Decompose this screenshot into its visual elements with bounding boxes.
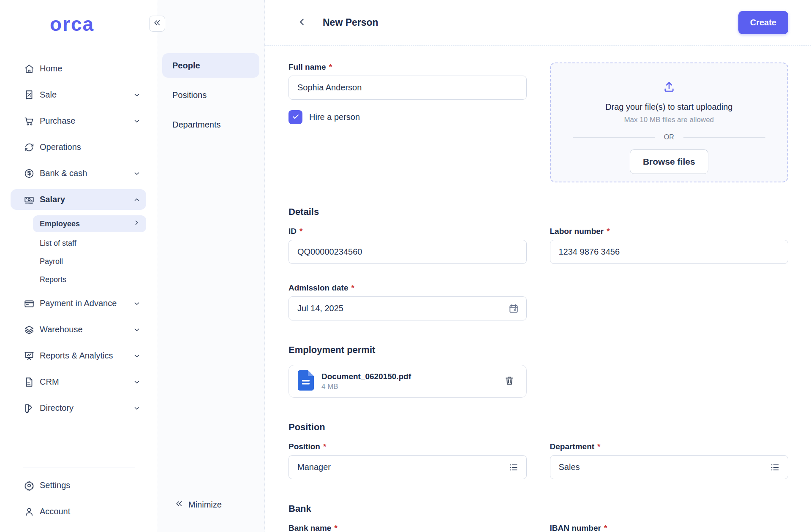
dollar-circle-icon [23, 168, 35, 179]
file-size: 4 MB [321, 383, 503, 391]
cart-icon [23, 115, 35, 127]
department-label: Department* [550, 442, 789, 451]
sidebar-item-payment-in-advance[interactable]: Payment in Advance [11, 293, 146, 314]
orca-logo: orca [50, 14, 157, 34]
chevron-down-icon [133, 326, 141, 334]
app-window: orca Home Sale Purchase Operations [0, 0, 811, 532]
banknote-icon [23, 194, 35, 205]
sidebar-item-label: Account [40, 507, 141, 516]
labor-number-input[interactable] [550, 240, 789, 264]
file-name: Document_0620150.pdf [321, 372, 503, 381]
subnav-item-people[interactable]: People [162, 53, 259, 78]
sidebar-divider [23, 467, 135, 467]
id-input[interactable] [288, 240, 527, 264]
sidebar-item-account[interactable]: Account [11, 501, 146, 522]
sidebar-item-salary[interactable]: Salary [11, 189, 146, 210]
required-asterisk: * [299, 227, 302, 236]
sidebar-item-operations[interactable]: Operations [11, 137, 146, 157]
sidebar-subitem-list-of-staff[interactable]: List of staff [33, 235, 146, 252]
create-button[interactable]: Create [738, 11, 788, 34]
position-input[interactable] [288, 455, 527, 479]
details-heading: Details [288, 206, 788, 217]
check-icon [291, 112, 300, 122]
sidebar-item-warehouse[interactable]: Warehouse [11, 319, 146, 340]
sidebar-item-label: Directory [40, 403, 133, 413]
presentation-chart-icon [23, 350, 35, 361]
minimize-button[interactable]: Minimize [157, 499, 264, 510]
chevron-down-icon [133, 299, 141, 308]
chevron-down-icon [133, 404, 141, 413]
sidebar-item-home[interactable]: Home [11, 58, 146, 79]
main-sidebar: orca Home Sale Purchase Operations [0, 0, 157, 532]
subnav-item-positions[interactable]: Positions [162, 83, 259, 107]
required-asterisk: * [597, 442, 600, 451]
browse-files-button[interactable]: Browse files [630, 149, 708, 174]
required-asterisk: * [334, 524, 337, 532]
list-select-icon[interactable] [508, 462, 519, 473]
full-name-input[interactable] [288, 76, 527, 100]
pdf-file-icon [297, 370, 314, 393]
required-asterisk: * [329, 62, 332, 71]
delete-file-button[interactable] [503, 375, 515, 387]
admission-date-label: Admission date* [288, 283, 527, 293]
trash-icon [504, 375, 515, 388]
sidebar-item-directory[interactable]: Directory [11, 398, 146, 418]
sidebar-item-label: Bank & cash [40, 168, 133, 178]
chevron-up-icon [133, 195, 141, 204]
sidebar-item-label: Sale [40, 90, 133, 100]
sidebar-subitem-reports[interactable]: Reports [33, 271, 146, 288]
dropzone-title: Drag your file(s) to start uploading [605, 102, 732, 112]
chevron-down-icon [133, 117, 141, 125]
chevrons-left-icon [175, 499, 183, 510]
bank-heading: Bank [288, 503, 788, 514]
required-asterisk: * [323, 442, 326, 451]
iban-label: IBAN number* [550, 524, 789, 532]
salary-subnav-panel: People Positions Departments Minimize [157, 0, 265, 532]
sidebar-item-purchase[interactable]: Purchase [11, 111, 146, 131]
bank-name-label: Bank name* [288, 524, 527, 532]
admission-date-input[interactable] [288, 296, 527, 320]
hire-person-label: Hire a person [309, 112, 360, 122]
page-header: New Person Create [265, 0, 811, 46]
full-name-label: Full name* [288, 62, 527, 72]
file-dropzone[interactable]: Drag your file(s) to start uploading Max… [550, 62, 789, 182]
main-content: New Person Create Full name* Hire a pers… [265, 0, 811, 532]
department-input[interactable] [550, 455, 789, 479]
upload-icon [662, 80, 676, 95]
required-asterisk: * [604, 524, 607, 532]
user-icon [23, 506, 35, 517]
sidebar-collapse-button[interactable] [149, 16, 165, 32]
sidebar-item-reports-analytics[interactable]: Reports & Analytics [11, 345, 146, 366]
sidebar-item-settings[interactable]: Settings [11, 475, 146, 496]
required-asterisk: * [351, 283, 354, 292]
sidebar-item-label: Reports & Analytics [40, 351, 133, 361]
file-meta: Document_0620150.pdf 4 MB [321, 372, 503, 391]
labor-number-label: Labor number* [550, 227, 789, 236]
list-select-icon[interactable] [770, 462, 781, 473]
main-nav: Home Sale Purchase Operations Bank & cas… [0, 58, 157, 467]
position-heading: Position [288, 422, 788, 433]
calendar-icon[interactable] [508, 303, 519, 314]
subnav-item-departments[interactable]: Departments [162, 112, 259, 137]
chevron-down-icon [133, 169, 141, 178]
subnav-items: People Positions Departments [157, 53, 264, 142]
sidebar-item-sale[interactable]: Sale [11, 84, 146, 105]
sidebar-item-label: Settings [40, 480, 141, 490]
dropzone-subtitle: Max 10 MB files are allowed [624, 116, 714, 124]
gear-icon [23, 480, 35, 491]
hire-person-checkbox[interactable] [288, 110, 302, 124]
chevron-down-icon [133, 378, 141, 386]
or-divider: OR [573, 133, 765, 141]
chevron-down-icon [133, 352, 141, 360]
back-button[interactable] [296, 16, 308, 29]
sidebar-subitem-employees[interactable]: Employees [33, 215, 146, 232]
sidebar-item-crm[interactable]: CRM [11, 372, 146, 392]
chevron-left-icon [297, 17, 307, 28]
sidebar-item-bank-cash[interactable]: Bank & cash [11, 163, 146, 184]
position-label: Position* [288, 442, 527, 451]
sidebar-item-label: Home [40, 64, 141, 73]
id-label: ID* [288, 227, 527, 236]
sidebar-subitem-payroll[interactable]: Payroll [33, 253, 146, 270]
swatches-icon [23, 402, 35, 414]
chevrons-left-icon [153, 19, 161, 29]
